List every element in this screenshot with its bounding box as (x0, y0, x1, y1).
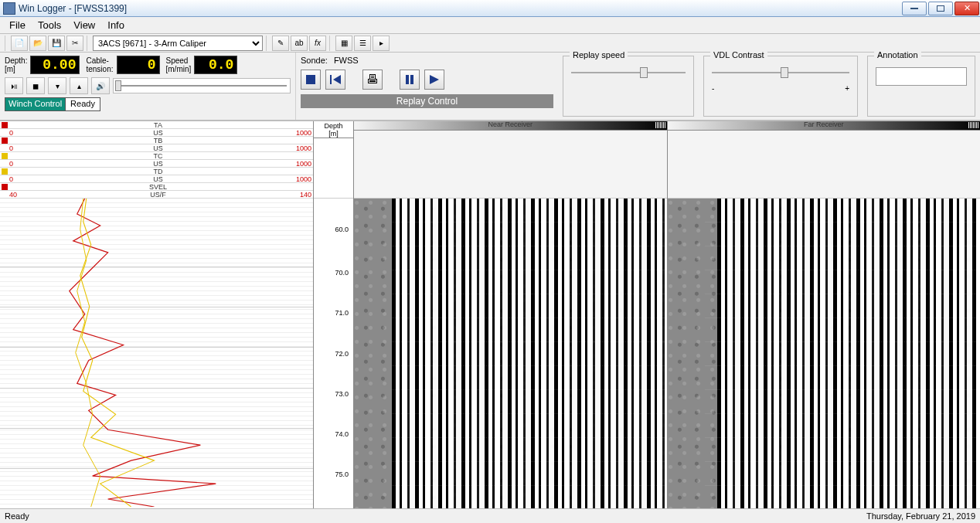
depth-tick: 72.0 (335, 350, 349, 358)
speed-unit: [m/min] (166, 65, 192, 73)
toolbar-run-icon[interactable]: ▸ (373, 36, 390, 51)
replay-control-title: Replay Control (301, 94, 553, 108)
track-plot[interactable] (0, 199, 313, 508)
track-max: 1000 (290, 160, 313, 168)
window-title: Win Logger - [FWSS1399] (19, 3, 901, 14)
depth-readout: 0.00 (30, 56, 80, 74)
track-min: 40 (9, 191, 26, 199)
menu-bar: File Tools View Info (0, 17, 980, 34)
depth-head-unit: [m] (314, 130, 353, 138)
near-receiver-head: Near Receiver (354, 121, 667, 131)
speed-label: Speed (166, 56, 189, 65)
track-color-icon (2, 122, 8, 128)
depth-tick: 70.0 (335, 269, 349, 277)
svg-rect-1 (937, 5, 944, 11)
menu-file[interactable]: File (3, 18, 32, 32)
svg-rect-2 (306, 75, 315, 84)
track-min: 0 (9, 129, 26, 137)
vdl-minus: - (712, 84, 714, 93)
replay-print-icon[interactable]: 🖶 (362, 70, 383, 90)
minimize-button[interactable] (902, 2, 927, 15)
speed-readout: 0.0 (194, 56, 237, 74)
depth-head-label: Depth (314, 122, 353, 130)
svg-rect-6 (410, 75, 413, 84)
svg-rect-3 (330, 75, 332, 84)
annotation-input[interactable] (876, 67, 967, 86)
track-name: TB (26, 137, 290, 144)
titlebar: Win Logger - [FWSS1399] ✕ (0, 0, 980, 17)
toolbar-new-icon[interactable]: 📄 (11, 36, 28, 51)
near-receiver-vdl[interactable] (354, 199, 667, 508)
depth-tick: 60.0 (335, 226, 349, 233)
replay-speed-slider[interactable] (571, 63, 686, 84)
app-icon (3, 2, 15, 15)
record-toggle-icon[interactable]: ⏯ (5, 77, 23, 94)
track-name: SVEL (26, 183, 290, 191)
sound-icon[interactable]: 🔊 (91, 77, 110, 94)
stop-icon[interactable]: ◼ (26, 77, 45, 94)
toolbar-grid-icon[interactable]: ▦ (335, 36, 352, 51)
cable-label: Cable- (86, 56, 108, 65)
toolbar-list-icon[interactable]: ☰ (354, 36, 371, 51)
toolbar-open-icon[interactable]: 📂 (29, 36, 46, 51)
far-receiver-vdl[interactable] (668, 199, 981, 508)
maximize-button[interactable] (928, 2, 953, 15)
track-color-icon (2, 153, 8, 159)
track-min: 0 (9, 175, 26, 183)
vdl-contrast-slider[interactable] (712, 63, 849, 84)
track-min: 0 (9, 160, 26, 168)
track-max: 1000 (290, 129, 313, 137)
depth-tick: 73.0 (335, 390, 349, 398)
toolbar-cut-icon[interactable]: ✂ (66, 36, 83, 51)
track-column: TA0US1000TB0US1000TC0US1000TD0US1000SVEL… (0, 121, 314, 508)
svg-marker-7 (430, 75, 439, 84)
track-max: 140 (290, 191, 313, 199)
status-bar: Ready Thursday, February 21, 2019 (0, 508, 980, 523)
menu-view[interactable]: View (67, 18, 101, 32)
vdl-plus: + (845, 84, 849, 93)
near-receiver-column: Near Receiver (354, 121, 667, 508)
winch-slider[interactable] (113, 78, 291, 93)
track-name: TC (26, 152, 290, 160)
track-unit: US (26, 160, 290, 168)
toolbar-fx2-icon[interactable]: fx (309, 36, 326, 51)
toolbar-fx-icon[interactable]: ab (291, 36, 308, 51)
tool-dropdown[interactable]: 3ACS [9671] - 3-Arm Caliper (93, 36, 263, 51)
track-unit: US (26, 175, 290, 183)
annotation-group: Annotation (867, 56, 975, 117)
menu-tools[interactable]: Tools (32, 18, 67, 32)
depth-label: Depth: (5, 56, 27, 65)
track-color-icon (2, 184, 8, 190)
control-panels: Depth:[m] 0.00 Cable-tension: 0 Speed[m/… (0, 53, 980, 121)
toolbar-wand-icon[interactable]: ✎ (272, 36, 289, 51)
svg-rect-5 (406, 75, 409, 84)
status-right: Thursday, February 21, 2019 (866, 511, 975, 521)
winch-control-label: Winch Control (5, 97, 66, 111)
replay-pause-icon[interactable] (400, 70, 420, 90)
depth-tick: 75.0 (335, 470, 349, 478)
replay-stop-icon[interactable] (301, 70, 321, 90)
replay-rewind-icon[interactable] (325, 70, 345, 90)
up-arrow-icon[interactable]: ▴ (70, 77, 88, 94)
close-button[interactable]: ✕ (954, 2, 979, 15)
status-left: Ready (5, 511, 29, 521)
scale-bar-icon (968, 122, 978, 128)
annotation-legend: Annotation (874, 50, 921, 59)
winch-status: Ready (66, 97, 100, 111)
track-color-icon (2, 168, 8, 175)
track-max: 1000 (290, 144, 313, 152)
sonde-label: Sonde: (301, 56, 328, 65)
vdl-contrast-group: VDL Contrast -+ (703, 56, 858, 117)
scale-bar-icon (655, 122, 665, 128)
depth-tick: 74.0 (335, 430, 349, 438)
track-unit: US (26, 144, 290, 152)
vdl-contrast-legend: VDL Contrast (710, 50, 767, 59)
replay-play-icon[interactable] (424, 70, 444, 90)
replay-speed-legend: Replay speed (570, 50, 628, 59)
toolbar-save-icon[interactable]: 💾 (48, 36, 65, 51)
menu-info[interactable]: Info (101, 18, 131, 32)
svg-marker-4 (333, 75, 341, 84)
down-arrow-icon[interactable]: ▾ (48, 77, 66, 94)
track-min: 0 (9, 144, 26, 152)
replay-speed-group: Replay speed (563, 56, 694, 117)
